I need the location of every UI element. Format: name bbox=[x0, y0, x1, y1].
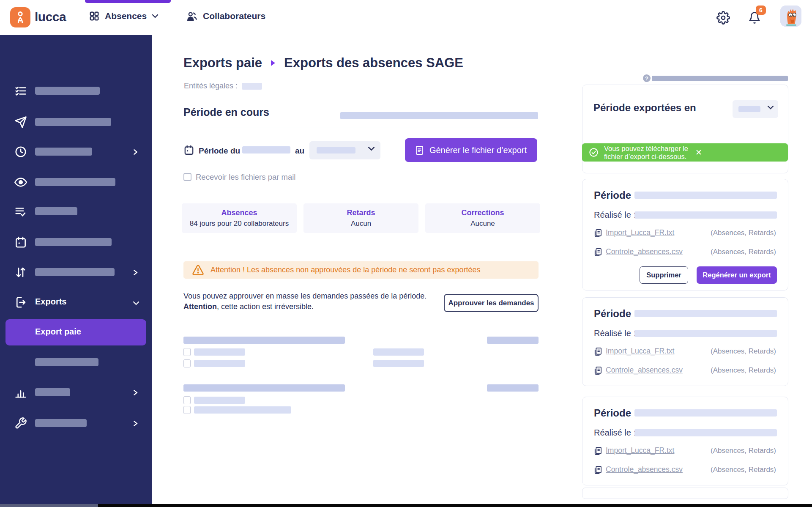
sidebar-item-6[interactable] bbox=[0, 236, 152, 252]
send-icon bbox=[14, 116, 27, 129]
help-placeholder-bar bbox=[652, 76, 788, 81]
skeleton-row-bar-mid bbox=[373, 348, 424, 356]
stat-card-corrections: Corrections Aucune bbox=[425, 203, 540, 233]
export-card-3: Période Réalisé le : Import_Lucca_FR.txt… bbox=[582, 397, 788, 485]
realized-label: Réalisé le : bbox=[594, 210, 636, 220]
delete-export-button[interactable]: Supprimer bbox=[640, 266, 688, 284]
period-to-select[interactable] bbox=[309, 141, 380, 159]
breadcrumb-parent[interactable]: Exports paie bbox=[183, 55, 262, 71]
notifications-button[interactable]: 6 bbox=[746, 10, 763, 26]
sidebar-item-2[interactable] bbox=[0, 116, 152, 132]
sidebar-item-placeholder bbox=[35, 388, 70, 396]
toast-close-icon[interactable]: ✕ bbox=[695, 148, 781, 157]
nav-collaborateurs[interactable]: Collaborateurs bbox=[186, 11, 265, 22]
sidebar-item-placeholder bbox=[35, 358, 98, 366]
stat-title: Corrections bbox=[461, 208, 504, 217]
gear-icon bbox=[716, 11, 730, 25]
file-link[interactable]: Controle_absences.csv bbox=[606, 465, 683, 474]
file-tags: (Absences, Retards) bbox=[711, 229, 776, 237]
file-tags: (Absences, Retards) bbox=[711, 366, 776, 375]
settings-button[interactable] bbox=[715, 10, 731, 26]
sidebar-item-exports[interactable]: Exports bbox=[0, 296, 152, 312]
file-link[interactable]: Controle_absences.csv bbox=[606, 247, 683, 256]
generate-export-label: Générer le fichier d’export bbox=[429, 145, 527, 155]
sidebar-item-placeholder bbox=[35, 87, 100, 95]
arrows-up-down-icon bbox=[14, 266, 27, 279]
users-icon bbox=[186, 11, 198, 22]
period-label: Période bbox=[594, 308, 631, 320]
sidebar: Exports Export paie bbox=[0, 35, 152, 507]
sidebar-item-placeholder bbox=[35, 238, 112, 246]
export-card-partial bbox=[582, 488, 788, 499]
sidebar-item-export-paie-active[interactable]: Export paie bbox=[5, 319, 146, 345]
sidebar-item-placeholder bbox=[35, 207, 77, 215]
skeleton-row-bar bbox=[194, 406, 291, 414]
file-row: Import_Lucca_FR.txt (Absences, Retards) bbox=[594, 347, 776, 357]
chevron-down-icon bbox=[368, 146, 375, 151]
row-checkbox[interactable] bbox=[183, 359, 191, 367]
period-from-value-placeholder[interactable] bbox=[242, 146, 290, 153]
sidebar-item-settings[interactable] bbox=[0, 417, 152, 433]
sidebar-item-7[interactable] bbox=[0, 266, 152, 282]
select-value-placeholder bbox=[317, 147, 355, 153]
warning-banner: Attention ! Les absences non approuvées … bbox=[183, 261, 539, 279]
receive-mail-label[interactable]: Recevoir les fichiers par mail bbox=[196, 173, 295, 182]
toast-text: Vous pouvez télécharger le fichier d’exp… bbox=[604, 145, 690, 161]
help-icon[interactable]: ? bbox=[643, 74, 651, 82]
pages-icon bbox=[594, 347, 602, 356]
realized-value-placeholder bbox=[634, 211, 777, 219]
stat-value: Aucune bbox=[470, 219, 495, 228]
warning-text: Attention ! Les absences non approuvées … bbox=[211, 266, 480, 274]
period-filter-select[interactable] bbox=[733, 100, 778, 118]
export-card-2: Période Réalisé le : Import_Lucca_FR.txt… bbox=[582, 297, 788, 386]
file-link[interactable]: Import_Lucca_FR.txt bbox=[606, 347, 674, 356]
avatar-character bbox=[780, 5, 801, 27]
sidebar-item-5[interactable] bbox=[0, 205, 152, 221]
file-link[interactable]: Controle_absences.csv bbox=[606, 366, 683, 375]
user-avatar[interactable] bbox=[780, 5, 801, 27]
sidebar-item-reports[interactable] bbox=[0, 386, 152, 402]
row-checkbox[interactable] bbox=[183, 396, 191, 404]
skeleton-row-bar bbox=[194, 360, 245, 367]
row-checkbox[interactable] bbox=[183, 406, 191, 414]
chevron-down-icon bbox=[133, 301, 139, 306]
pages-icon bbox=[594, 248, 602, 257]
legal-entities-row: Entités légales : bbox=[184, 82, 262, 90]
horizontal-scrollbar[interactable] bbox=[0, 504, 812, 507]
receive-mail-checkbox[interactable] bbox=[183, 173, 191, 181]
stat-value: Aucun bbox=[351, 219, 371, 228]
success-toast: Vous pouvez télécharger le fichier d’exp… bbox=[582, 143, 788, 162]
regenerate-export-button[interactable]: Regénérer un export bbox=[697, 266, 777, 284]
sidebar-item-3[interactable] bbox=[0, 145, 152, 162]
app-switcher-absences[interactable]: Absences bbox=[89, 11, 159, 22]
generate-export-button[interactable]: Générer le fichier d’export bbox=[405, 138, 537, 162]
calendar-icon bbox=[14, 236, 27, 249]
approve-line1: Vous pouvez approuver en masse les deman… bbox=[183, 292, 427, 300]
chevron-right-icon bbox=[133, 389, 138, 396]
sidebar-item-4[interactable] bbox=[0, 176, 152, 192]
exported-periods-title: Période exportées en bbox=[593, 102, 696, 114]
sidebar-item-1[interactable] bbox=[0, 85, 152, 101]
skeleton-header-bar-right bbox=[487, 337, 539, 344]
realized-label: Réalisé le : bbox=[594, 428, 636, 438]
approve-requests-button[interactable]: Approuver les demandes bbox=[444, 294, 539, 312]
file-tags: (Absences, Retards) bbox=[711, 447, 776, 455]
lucca-logo[interactable] bbox=[10, 7, 30, 27]
file-link[interactable]: Import_Lucca_FR.txt bbox=[606, 446, 674, 455]
select-value-placeholder bbox=[738, 106, 760, 112]
scrollbar-thumb[interactable] bbox=[0, 504, 98, 507]
period-from-label: Période du bbox=[199, 146, 240, 156]
sidebar-subitem-placeholder[interactable] bbox=[0, 356, 152, 372]
file-row: Controle_absences.csv (Absences, Retards… bbox=[594, 465, 776, 475]
skeleton-header-bar bbox=[183, 337, 345, 344]
file-link[interactable]: Import_Lucca_FR.txt bbox=[606, 228, 674, 237]
active-app-indicator bbox=[85, 0, 171, 3]
brand-wordmark: lucca bbox=[35, 10, 66, 24]
legal-entities-label: Entités légales : bbox=[184, 82, 238, 90]
file-tags: (Absences, Retards) bbox=[711, 347, 776, 356]
row-checkbox[interactable] bbox=[183, 348, 191, 356]
pages-icon bbox=[594, 366, 602, 375]
app-switcher-label: Absences bbox=[105, 11, 147, 21]
skeleton-header-bar bbox=[183, 384, 345, 392]
period-label: Période bbox=[594, 189, 631, 201]
